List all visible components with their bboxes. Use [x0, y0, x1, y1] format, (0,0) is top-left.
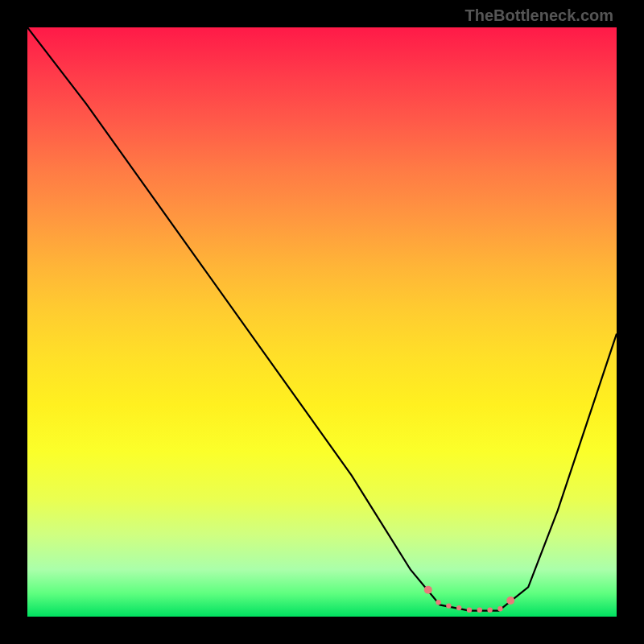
highlight-dot [467, 608, 472, 613]
highlight-dot [487, 608, 492, 613]
highlight-dot [436, 600, 440, 605]
highlight-dot [424, 586, 432, 594]
highlight-dot [497, 606, 502, 611]
highlight-dot [456, 605, 461, 610]
highlight-dots [424, 586, 514, 613]
curve-svg [27, 27, 617, 617]
watermark-text: TheBottleneck.com [465, 6, 613, 25]
highlight-dot [506, 597, 514, 605]
chart-plot-area [27, 27, 617, 617]
highlight-dot [446, 603, 451, 608]
highlight-dot [477, 608, 482, 613]
bottleneck-curve-path [27, 27, 617, 611]
